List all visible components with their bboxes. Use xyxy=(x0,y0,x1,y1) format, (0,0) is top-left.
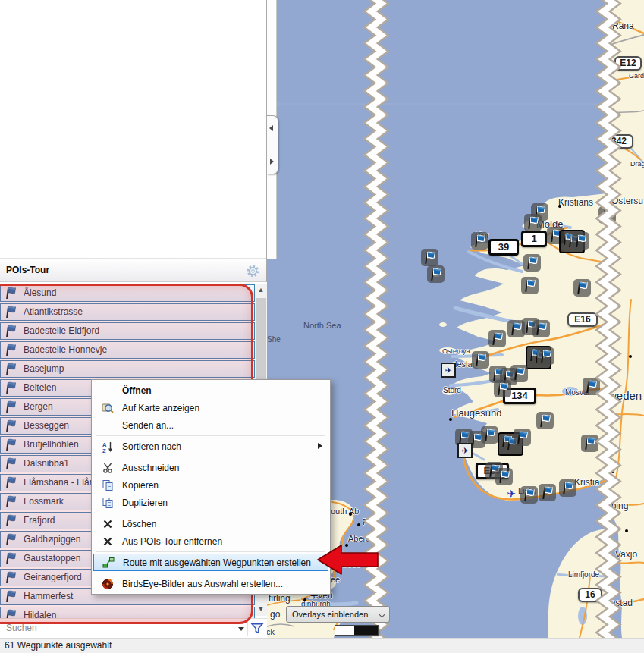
status-text: 61 Wegpunkte ausgewählt xyxy=(0,639,644,653)
waypoint-flag-marker[interactable] xyxy=(598,206,616,224)
map-scale-bar xyxy=(335,625,379,636)
menu-item[interactable]: Ausschneiden xyxy=(93,459,328,476)
search-input[interactable]: Suchen xyxy=(6,619,37,638)
city-dot xyxy=(613,560,616,563)
map-place-label: Stord xyxy=(443,387,461,394)
list-item[interactable]: Hildalen xyxy=(0,607,255,618)
collapse-left-icon xyxy=(269,125,273,131)
delete-x-icon xyxy=(93,518,118,530)
map-place-label: Osteroya xyxy=(442,348,470,355)
menu-item[interactable]: Auf Karte anzeigen xyxy=(93,399,328,416)
menu-item-label: Senden an... xyxy=(118,420,174,431)
list-item[interactable]: Badestelle Eidfjord xyxy=(0,322,255,340)
menu-separator xyxy=(96,551,325,552)
waypoint-flag-marker[interactable] xyxy=(537,347,554,365)
waypoint-flag-marker[interactable] xyxy=(471,232,488,250)
scroll-up-button[interactable]: ▲ xyxy=(255,284,267,297)
scroll-down-button[interactable]: ▼ xyxy=(255,603,267,616)
waypoint-flag-marker[interactable] xyxy=(520,486,538,504)
splitter-collapse-handle[interactable] xyxy=(267,115,278,174)
list-item-label: Flåmsbana - Flåm xyxy=(24,475,97,491)
map-place-label: Kristians xyxy=(558,198,593,207)
map-place-label: Pe xyxy=(363,518,372,526)
menu-separator xyxy=(96,457,325,457)
menu-item[interactable]: Kopieren xyxy=(93,476,328,494)
waypoint-flag-marker[interactable] xyxy=(539,484,556,501)
list-item[interactable]: Ålesund xyxy=(0,284,255,302)
city-dot xyxy=(611,470,614,473)
waypoint-flag-icon xyxy=(4,400,17,416)
road-shield: 39 xyxy=(488,239,519,256)
list-header: POIs-Tour xyxy=(0,258,266,282)
city-dot xyxy=(605,602,608,605)
waypoint-flag-marker[interactable] xyxy=(494,380,511,397)
waypoint-flag-marker[interactable] xyxy=(427,265,445,283)
waypoint-flag-icon xyxy=(4,286,17,303)
menu-item[interactable]: Duplizieren xyxy=(93,494,328,511)
map-place-label: tirling xyxy=(269,594,291,603)
map-place-label: Ostersu xyxy=(611,196,643,206)
copy-icon xyxy=(93,479,118,491)
overlays-dropdown[interactable]: Overlays einblenden xyxy=(286,606,390,623)
waypoint-flag-marker[interactable] xyxy=(559,479,576,497)
list-item-label: Fossmark xyxy=(24,494,64,510)
waypoint-flag-marker[interactable] xyxy=(510,365,528,382)
waypoint-flag-icon xyxy=(4,362,17,378)
map-place-label: Montrose xyxy=(326,560,361,569)
scrollbar-thumb[interactable] xyxy=(256,298,266,380)
search-history-dropdown-icon[interactable] xyxy=(238,627,244,631)
menu-item[interactable]: Senden an... xyxy=(93,416,328,434)
context-menu: ÖffnenAuf Karte anzeigenSenden an...AZSo… xyxy=(91,379,331,595)
menu-item[interactable]: AZSortieren nach xyxy=(93,438,328,455)
waypoint-flag-marker[interactable] xyxy=(472,351,489,369)
menu-item[interactable]: BirdsEye-Bilder aus Auswahl erstellen... xyxy=(93,575,328,592)
menu-item[interactable]: Öffnen xyxy=(93,381,328,399)
menu-item[interactable]: Löschen xyxy=(93,515,328,532)
birdseye-icon xyxy=(93,578,118,590)
gear-icon[interactable] xyxy=(246,264,260,278)
list-item-label: Beitelen xyxy=(24,380,56,396)
collapse-right-icon xyxy=(270,159,274,165)
menu-item[interactable]: Aus POIs-Tour entfernen xyxy=(93,532,328,550)
waypoint-flag-marker[interactable] xyxy=(581,435,598,452)
waypoint-flag-marker[interactable] xyxy=(523,254,541,272)
list-item[interactable]: Basejump xyxy=(0,360,255,378)
menu-item-label: Route mit ausgewählten Wegpunkten erstel… xyxy=(118,557,311,568)
menu-item-label: Öffnen xyxy=(118,385,152,396)
waypoint-flag-marker[interactable] xyxy=(583,378,600,395)
search-bar[interactable]: Suchen xyxy=(0,618,267,638)
road-shield: 1 xyxy=(521,231,547,247)
scissors-icon xyxy=(93,462,118,474)
waypoint-flag-marker[interactable] xyxy=(532,320,550,337)
route-icon xyxy=(94,557,118,569)
city-dot xyxy=(345,544,348,547)
list-item-label: Basejump xyxy=(24,361,64,377)
map-place-label: ee xyxy=(331,576,340,584)
city-dot xyxy=(558,205,561,208)
submenu-arrow-icon xyxy=(318,443,322,449)
waypoint-flag-marker[interactable] xyxy=(488,330,506,347)
overlays-dropdown-label: Overlays einblenden xyxy=(292,610,368,619)
waypoint-flag-marker[interactable] xyxy=(514,429,531,446)
menu-separator xyxy=(96,513,325,513)
map-place-label: Vaxjo xyxy=(615,550,637,559)
map-magnifier-icon xyxy=(93,402,118,414)
menu-item[interactable]: Route mit ausgewählten Wegpunkten erstel… xyxy=(93,554,328,571)
waypoint-flag-marker[interactable] xyxy=(521,277,539,294)
waypoint-flag-marker[interactable] xyxy=(536,412,554,429)
list-item-label: Bergen xyxy=(24,399,53,415)
list-item-label: Hildalen xyxy=(24,607,56,618)
waypoint-flag-marker[interactable] xyxy=(524,214,542,231)
waypoint-flag-marker[interactable] xyxy=(421,249,438,266)
menu-item-label: Ausschneiden xyxy=(118,463,179,473)
filter-funnel-icon[interactable] xyxy=(250,622,264,638)
waypoint-flag-marker[interactable] xyxy=(495,468,513,485)
waypoint-flag-marker[interactable] xyxy=(573,279,591,297)
map-place-label: go xyxy=(270,610,280,619)
waypoint-flag-marker[interactable] xyxy=(572,232,589,250)
waypoint-flag-marker[interactable] xyxy=(481,426,498,444)
status-bar: 61 Wegpunkte ausgewählt xyxy=(0,638,644,653)
list-item[interactable]: Atlantikstrasse xyxy=(0,303,255,321)
map-place-label: Gard xyxy=(629,73,644,80)
list-item[interactable]: Badestelle Honnevje xyxy=(0,341,255,359)
